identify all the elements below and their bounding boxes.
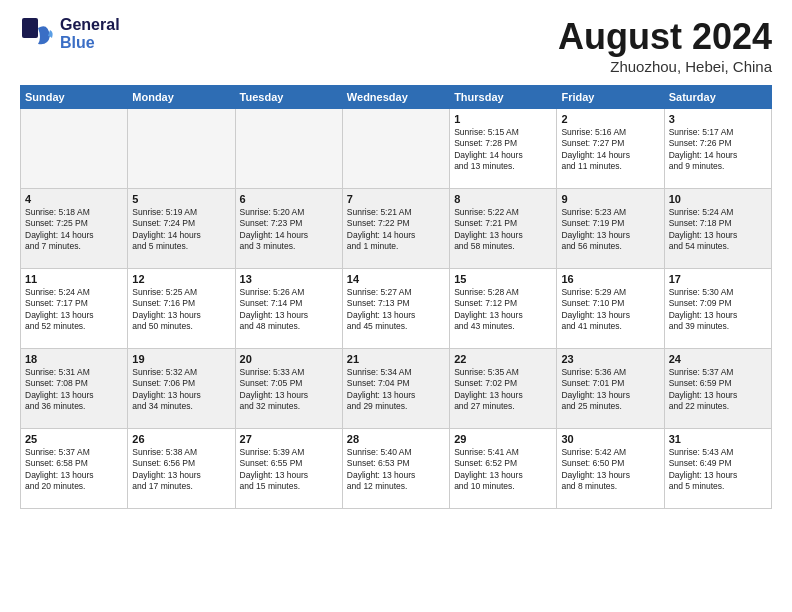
day-info: Sunrise: 5:35 AM Sunset: 7:02 PM Dayligh… (454, 367, 552, 413)
day-info: Sunrise: 5:21 AM Sunset: 7:22 PM Dayligh… (347, 207, 445, 253)
day-number: 30 (561, 433, 659, 445)
table-cell: 5Sunrise: 5:19 AM Sunset: 7:24 PM Daylig… (128, 189, 235, 269)
day-info: Sunrise: 5:32 AM Sunset: 7:06 PM Dayligh… (132, 367, 230, 413)
table-cell: 9Sunrise: 5:23 AM Sunset: 7:19 PM Daylig… (557, 189, 664, 269)
day-number: 1 (454, 113, 552, 125)
table-cell: 14Sunrise: 5:27 AM Sunset: 7:13 PM Dayli… (342, 269, 449, 349)
day-info: Sunrise: 5:20 AM Sunset: 7:23 PM Dayligh… (240, 207, 338, 253)
header: General Blue August 2024 Zhuozhou, Hebei… (20, 16, 772, 75)
day-info: Sunrise: 5:42 AM Sunset: 6:50 PM Dayligh… (561, 447, 659, 493)
table-cell: 24Sunrise: 5:37 AM Sunset: 6:59 PM Dayli… (664, 349, 771, 429)
col-tuesday: Tuesday (235, 86, 342, 109)
day-number: 31 (669, 433, 767, 445)
col-friday: Friday (557, 86, 664, 109)
day-info: Sunrise: 5:39 AM Sunset: 6:55 PM Dayligh… (240, 447, 338, 493)
day-info: Sunrise: 5:23 AM Sunset: 7:19 PM Dayligh… (561, 207, 659, 253)
table-cell: 22Sunrise: 5:35 AM Sunset: 7:02 PM Dayli… (450, 349, 557, 429)
svg-rect-0 (22, 18, 38, 38)
day-info: Sunrise: 5:37 AM Sunset: 6:58 PM Dayligh… (25, 447, 123, 493)
table-cell: 12Sunrise: 5:25 AM Sunset: 7:16 PM Dayli… (128, 269, 235, 349)
day-info: Sunrise: 5:24 AM Sunset: 7:17 PM Dayligh… (25, 287, 123, 333)
location: Zhuozhou, Hebei, China (558, 58, 772, 75)
day-info: Sunrise: 5:38 AM Sunset: 6:56 PM Dayligh… (132, 447, 230, 493)
table-cell: 31Sunrise: 5:43 AM Sunset: 6:49 PM Dayli… (664, 429, 771, 509)
day-info: Sunrise: 5:40 AM Sunset: 6:53 PM Dayligh… (347, 447, 445, 493)
day-number: 22 (454, 353, 552, 365)
day-info: Sunrise: 5:34 AM Sunset: 7:04 PM Dayligh… (347, 367, 445, 413)
month-title: August 2024 (558, 16, 772, 58)
day-number: 13 (240, 273, 338, 285)
day-info: Sunrise: 5:31 AM Sunset: 7:08 PM Dayligh… (25, 367, 123, 413)
day-info: Sunrise: 5:24 AM Sunset: 7:18 PM Dayligh… (669, 207, 767, 253)
table-cell: 11Sunrise: 5:24 AM Sunset: 7:17 PM Dayli… (21, 269, 128, 349)
table-cell (235, 109, 342, 189)
day-number: 17 (669, 273, 767, 285)
table-cell (342, 109, 449, 189)
table-cell: 16Sunrise: 5:29 AM Sunset: 7:10 PM Dayli… (557, 269, 664, 349)
day-number: 29 (454, 433, 552, 445)
day-info: Sunrise: 5:29 AM Sunset: 7:10 PM Dayligh… (561, 287, 659, 333)
day-number: 28 (347, 433, 445, 445)
day-number: 26 (132, 433, 230, 445)
day-info: Sunrise: 5:25 AM Sunset: 7:16 PM Dayligh… (132, 287, 230, 333)
table-cell: 28Sunrise: 5:40 AM Sunset: 6:53 PM Dayli… (342, 429, 449, 509)
header-row: Sunday Monday Tuesday Wednesday Thursday… (21, 86, 772, 109)
day-number: 8 (454, 193, 552, 205)
table-cell: 20Sunrise: 5:33 AM Sunset: 7:05 PM Dayli… (235, 349, 342, 429)
day-info: Sunrise: 5:37 AM Sunset: 6:59 PM Dayligh… (669, 367, 767, 413)
day-number: 6 (240, 193, 338, 205)
table-cell: 15Sunrise: 5:28 AM Sunset: 7:12 PM Dayli… (450, 269, 557, 349)
table-cell: 13Sunrise: 5:26 AM Sunset: 7:14 PM Dayli… (235, 269, 342, 349)
day-info: Sunrise: 5:41 AM Sunset: 6:52 PM Dayligh… (454, 447, 552, 493)
day-info: Sunrise: 5:36 AM Sunset: 7:01 PM Dayligh… (561, 367, 659, 413)
day-info: Sunrise: 5:19 AM Sunset: 7:24 PM Dayligh… (132, 207, 230, 253)
day-number: 24 (669, 353, 767, 365)
calendar-page: General Blue August 2024 Zhuozhou, Hebei… (0, 0, 792, 612)
table-cell: 23Sunrise: 5:36 AM Sunset: 7:01 PM Dayli… (557, 349, 664, 429)
col-wednesday: Wednesday (342, 86, 449, 109)
day-info: Sunrise: 5:43 AM Sunset: 6:49 PM Dayligh… (669, 447, 767, 493)
week-row-5: 25Sunrise: 5:37 AM Sunset: 6:58 PM Dayli… (21, 429, 772, 509)
day-info: Sunrise: 5:28 AM Sunset: 7:12 PM Dayligh… (454, 287, 552, 333)
day-number: 18 (25, 353, 123, 365)
table-cell: 6Sunrise: 5:20 AM Sunset: 7:23 PM Daylig… (235, 189, 342, 269)
table-cell: 26Sunrise: 5:38 AM Sunset: 6:56 PM Dayli… (128, 429, 235, 509)
table-cell: 21Sunrise: 5:34 AM Sunset: 7:04 PM Dayli… (342, 349, 449, 429)
day-number: 12 (132, 273, 230, 285)
table-cell: 8Sunrise: 5:22 AM Sunset: 7:21 PM Daylig… (450, 189, 557, 269)
day-number: 15 (454, 273, 552, 285)
table-cell (128, 109, 235, 189)
day-number: 2 (561, 113, 659, 125)
day-info: Sunrise: 5:33 AM Sunset: 7:05 PM Dayligh… (240, 367, 338, 413)
week-row-4: 18Sunrise: 5:31 AM Sunset: 7:08 PM Dayli… (21, 349, 772, 429)
table-cell: 25Sunrise: 5:37 AM Sunset: 6:58 PM Dayli… (21, 429, 128, 509)
day-info: Sunrise: 5:18 AM Sunset: 7:25 PM Dayligh… (25, 207, 123, 253)
table-cell: 30Sunrise: 5:42 AM Sunset: 6:50 PM Dayli… (557, 429, 664, 509)
table-cell: 19Sunrise: 5:32 AM Sunset: 7:06 PM Dayli… (128, 349, 235, 429)
col-sunday: Sunday (21, 86, 128, 109)
logo-icon (20, 16, 56, 52)
table-cell: 18Sunrise: 5:31 AM Sunset: 7:08 PM Dayli… (21, 349, 128, 429)
day-info: Sunrise: 5:16 AM Sunset: 7:27 PM Dayligh… (561, 127, 659, 173)
title-block: August 2024 Zhuozhou, Hebei, China (558, 16, 772, 75)
week-row-2: 4Sunrise: 5:18 AM Sunset: 7:25 PM Daylig… (21, 189, 772, 269)
day-number: 27 (240, 433, 338, 445)
table-cell: 29Sunrise: 5:41 AM Sunset: 6:52 PM Dayli… (450, 429, 557, 509)
table-cell: 10Sunrise: 5:24 AM Sunset: 7:18 PM Dayli… (664, 189, 771, 269)
day-number: 16 (561, 273, 659, 285)
day-number: 3 (669, 113, 767, 125)
day-number: 21 (347, 353, 445, 365)
day-number: 20 (240, 353, 338, 365)
table-cell: 17Sunrise: 5:30 AM Sunset: 7:09 PM Dayli… (664, 269, 771, 349)
week-row-3: 11Sunrise: 5:24 AM Sunset: 7:17 PM Dayli… (21, 269, 772, 349)
day-number: 7 (347, 193, 445, 205)
logo: General Blue (20, 16, 120, 52)
day-number: 23 (561, 353, 659, 365)
day-info: Sunrise: 5:15 AM Sunset: 7:28 PM Dayligh… (454, 127, 552, 173)
day-info: Sunrise: 5:22 AM Sunset: 7:21 PM Dayligh… (454, 207, 552, 253)
table-cell: 1Sunrise: 5:15 AM Sunset: 7:28 PM Daylig… (450, 109, 557, 189)
day-info: Sunrise: 5:26 AM Sunset: 7:14 PM Dayligh… (240, 287, 338, 333)
day-number: 4 (25, 193, 123, 205)
table-cell: 2Sunrise: 5:16 AM Sunset: 7:27 PM Daylig… (557, 109, 664, 189)
col-thursday: Thursday (450, 86, 557, 109)
